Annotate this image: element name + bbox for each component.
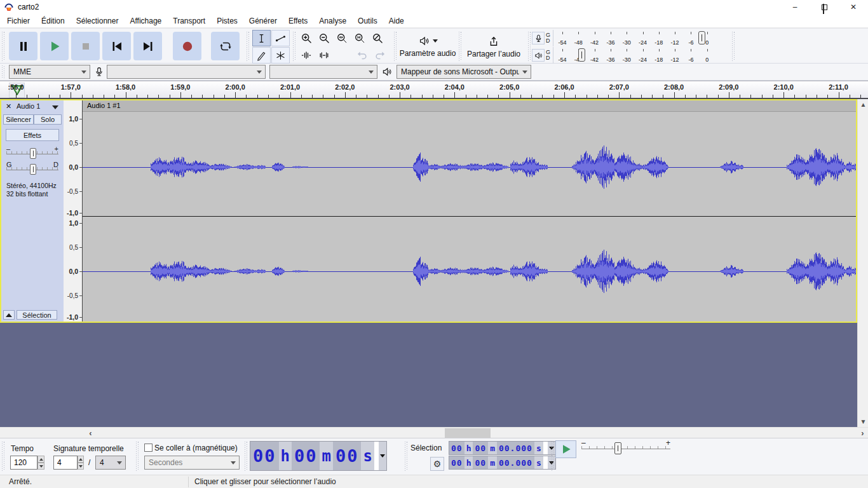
play-at-speed-button[interactable] — [555, 440, 576, 458]
toolbar-grip[interactable] — [459, 32, 461, 61]
mute-button[interactable]: Silencer — [3, 114, 34, 125]
time-unit-label[interactable]: m — [488, 456, 497, 469]
time-unit-label[interactable]: m — [488, 442, 497, 454]
menu-item-aide[interactable]: Aide — [383, 14, 410, 28]
time-digit-group[interactable]: 00 — [449, 442, 465, 454]
time-digit-group[interactable]: 00.000 — [497, 456, 534, 469]
zoom-selection-button[interactable] — [333, 30, 351, 46]
playback-speed-slider[interactable]: – + — [581, 440, 670, 455]
zoom-project-button[interactable] — [351, 30, 369, 46]
time-unit-label[interactable]: s — [534, 442, 543, 454]
timesig-spinner[interactable] — [78, 456, 84, 470]
toolbar-grip[interactable] — [405, 442, 407, 471]
recording-volume-scale[interactable]: -54-48-42-36-30-24-18-12-60 — [553, 30, 730, 46]
zoom-toggle-button[interactable] — [369, 30, 386, 46]
effects-button[interactable]: Effets — [6, 129, 59, 141]
snap-mode-select[interactable]: Secondes — [144, 456, 240, 470]
timesig-upper-input[interactable] — [53, 456, 84, 470]
playback-meter[interactable]: GD-54-48-42-36-30-24-18-12-60 — [532, 47, 730, 64]
tempo-spinner[interactable] — [37, 456, 44, 470]
speed-slider-handle[interactable] — [614, 442, 621, 454]
multi-tool[interactable] — [271, 47, 290, 64]
time-digit-group[interactable]: 00 — [333, 442, 362, 470]
time-digit-group[interactable]: 00 — [292, 442, 320, 470]
menu-item-outils[interactable]: Outils — [352, 14, 383, 28]
audio-host-select[interactable]: MME — [9, 65, 90, 79]
audio-setup-button[interactable]: Paramètre audio — [398, 30, 457, 62]
skip-to-end-button[interactable] — [133, 32, 162, 60]
time-digit-group[interactable]: 00 — [449, 456, 465, 469]
audio-clip[interactable]: Audio 1 #1 — [83, 100, 856, 322]
pan-slider[interactable]: G D — [6, 161, 58, 175]
menu-item-effets[interactable]: Effets — [283, 14, 313, 28]
zoom-out-button[interactable] — [315, 30, 333, 46]
time-digit-group[interactable]: 00 — [250, 442, 279, 470]
time-digit-group[interactable]: 00 — [473, 442, 488, 454]
gain-slider-handle[interactable] — [30, 148, 36, 159]
selection-end-display[interactable]: 00h00m00.000s — [449, 456, 556, 470]
track-select-button[interactable]: Sélection — [17, 310, 57, 320]
menu-item-dition[interactable]: Édition — [36, 14, 71, 28]
timeline-ruler[interactable]: :56,01:57,01:58,01:59,02:00,02:01,02:02,… — [0, 81, 868, 99]
time-unit-label[interactable]: h — [465, 456, 473, 469]
timesig-lower-select[interactable]: 4 — [95, 456, 126, 470]
maximize-button[interactable] — [810, 0, 839, 14]
toolbar-grip[interactable] — [2, 65, 4, 78]
horizontal-scrollbar[interactable]: ‹ › — [0, 427, 868, 438]
vertical-scrollbar[interactable]: ▲ ▼ — [857, 99, 868, 427]
scroll-right-arrow[interactable]: › — [857, 428, 868, 438]
toolbar-grip[interactable] — [2, 442, 4, 471]
solo-button[interactable]: Solo — [34, 114, 62, 125]
time-digit-group[interactable]: 00.000 — [497, 442, 534, 454]
trim-outside-selection-button[interactable] — [297, 47, 315, 64]
clip-header[interactable]: Audio 1 #1 — [83, 100, 856, 112]
selection-settings-gear-button[interactable]: ⚙ — [430, 457, 444, 471]
gain-slider[interactable]: – + — [6, 145, 58, 159]
vertical-scale-ruler[interactable]: 1,00,50,0-0,5-1,01,00,50,0-0,5-1,0 — [64, 100, 83, 322]
toolbar-grip[interactable] — [245, 442, 247, 471]
close-button[interactable]: ✕ — [839, 0, 868, 14]
playback-device-select[interactable]: Mappeur de sons Microsoft - Output — [397, 65, 531, 79]
pan-slider-handle[interactable] — [30, 164, 36, 175]
toolbar-grip[interactable] — [293, 32, 295, 61]
tempo-input[interactable] — [10, 456, 44, 470]
time-format-dropdown[interactable] — [379, 442, 386, 470]
snap-checkbox[interactable] — [144, 444, 153, 452]
recording-volume-slider-handle[interactable] — [698, 31, 705, 44]
time-unit-label[interactable]: m — [320, 442, 332, 470]
scroll-down-arrow[interactable]: ▼ — [858, 416, 868, 427]
time-unit-label[interactable]: s — [534, 456, 543, 469]
toolbar-grip[interactable] — [552, 442, 554, 471]
waveform-canvas[interactable] — [83, 112, 856, 322]
menu-item-transport[interactable]: Transport — [167, 14, 211, 28]
scroll-up-arrow[interactable]: ▲ — [858, 99, 868, 110]
stop-button[interactable] — [71, 32, 100, 60]
timesig-upper-value[interactable] — [53, 456, 78, 470]
zoom-in-button[interactable] — [297, 30, 315, 46]
selection-tool[interactable] — [252, 30, 271, 46]
track-close-button[interactable]: ✕ — [4, 102, 13, 111]
skip-to-start-button[interactable] — [102, 32, 131, 60]
record-button[interactable] — [173, 32, 201, 60]
audio-position-display[interactable]: 00h00m00s — [250, 441, 387, 471]
recording-device-select[interactable] — [107, 65, 266, 79]
playback-volume-scale[interactable]: -54-48-42-36-30-24-18-12-60 — [553, 47, 730, 64]
loop-button[interactable] — [211, 32, 240, 60]
silence-selection-button[interactable] — [315, 47, 333, 64]
toolbar-grip[interactable] — [2, 32, 4, 61]
toolbar-grip[interactable] — [394, 32, 397, 61]
play-button[interactable] — [40, 32, 69, 60]
menu-item-slectionner[interactable]: Sélectionner — [71, 14, 125, 28]
time-unit-label[interactable]: h — [279, 442, 292, 470]
menu-item-affichage[interactable]: Affichage — [124, 14, 167, 28]
recording-channels-select[interactable] — [269, 65, 377, 79]
playback-volume-slider-handle[interactable] — [578, 48, 585, 62]
time-unit-label[interactable]: s — [361, 442, 374, 470]
track-menu-icon[interactable] — [52, 105, 58, 109]
track-name[interactable]: Audio 1 — [17, 102, 40, 110]
menu-item-fichier[interactable]: Fichier — [1, 14, 36, 28]
collapse-track-button[interactable] — [3, 310, 15, 320]
share-audio-button[interactable]: Partager l’audio — [463, 30, 525, 62]
toolbar-grip[interactable] — [247, 32, 249, 61]
horizontal-scroll-thumb[interactable] — [445, 428, 491, 438]
